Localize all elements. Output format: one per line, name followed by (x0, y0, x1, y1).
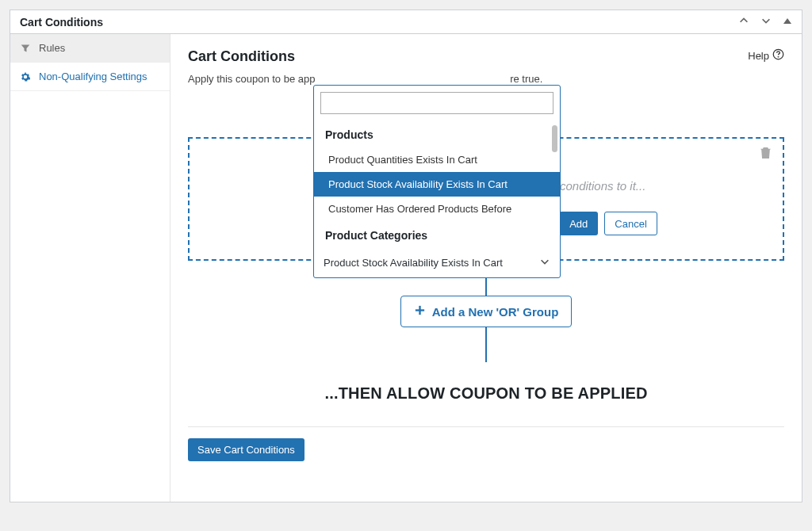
dropdown-selected-text: Product Stock Availability Exists In Car… (324, 257, 503, 269)
title-row: Cart Conditions Help (188, 48, 784, 65)
sidebar-item-rules[interactable]: Rules (10, 34, 170, 63)
dropdown-option[interactable]: Customer Has Ordered Products Before (314, 197, 560, 221)
dropdown-option[interactable]: Product Quantities Exists In Cart (314, 147, 560, 172)
dropdown-option[interactable]: Product Stock Availability Exists In Car… (314, 172, 560, 197)
svg-marker-0 (783, 18, 791, 24)
condition-type-dropdown: Products Product Quantities Exists In Ca… (313, 85, 561, 278)
dropdown-group-product-categories: Product Categories (314, 221, 560, 248)
panel-header: Cart Conditions (10, 10, 802, 34)
trash-icon[interactable] (760, 147, 772, 162)
dropdown-group-products: Products (314, 120, 560, 147)
chevron-down-icon (539, 256, 550, 269)
panel-body: Rules Non-Qualifying Settings Cart Condi… (10, 34, 802, 502)
sidebar-item-non-qualifying-settings[interactable]: Non-Qualifying Settings (10, 63, 170, 91)
add-or-group-button[interactable]: Add a New 'OR' Group (400, 296, 573, 327)
connector-line (485, 327, 487, 362)
sidebar-item-label: Rules (39, 42, 65, 54)
help-label: Help (748, 50, 769, 62)
scrollbar-thumb[interactable] (552, 125, 557, 152)
page-heading: Cart Conditions (188, 48, 295, 65)
panel-header-controls (738, 15, 792, 29)
cart-conditions-panel: Cart Conditions Rules (10, 10, 802, 502)
chevron-up-icon[interactable] (738, 15, 749, 29)
chevron-down-icon[interactable] (760, 15, 772, 29)
help-icon (772, 48, 784, 63)
plus-icon (414, 304, 426, 319)
dropdown-list: Products Product Quantities Exists In Ca… (314, 120, 560, 251)
dropdown-selected-indicator[interactable]: Product Stock Availability Exists In Car… (314, 251, 560, 277)
collapse-triangle-icon[interactable] (783, 15, 792, 29)
main-content: Cart Conditions Help Apply this coupon t… (170, 34, 802, 502)
then-allow-text: ...THEN ALLOW COUPON TO BE APPLIED (188, 384, 784, 403)
save-button[interactable]: Save Cart Conditions (188, 438, 304, 461)
or-button-label: Add a New 'OR' Group (432, 305, 559, 319)
filter-icon (20, 44, 31, 53)
help-link[interactable]: Help (748, 48, 784, 63)
panel-title: Cart Conditions (20, 16, 103, 29)
sidebar: Rules Non-Qualifying Settings (10, 34, 170, 502)
gear-icon (20, 72, 31, 82)
dropdown-search-input[interactable] (320, 92, 553, 114)
cancel-button[interactable]: Cancel (604, 212, 657, 235)
svg-point-3 (778, 56, 779, 57)
footer: Save Cart Conditions (188, 426, 784, 461)
sidebar-item-label: Non-Qualifying Settings (39, 71, 147, 82)
description: Apply this coupon to be applied only whe… (188, 73, 784, 85)
add-button[interactable]: Add (559, 212, 598, 235)
svg-marker-1 (21, 44, 30, 52)
